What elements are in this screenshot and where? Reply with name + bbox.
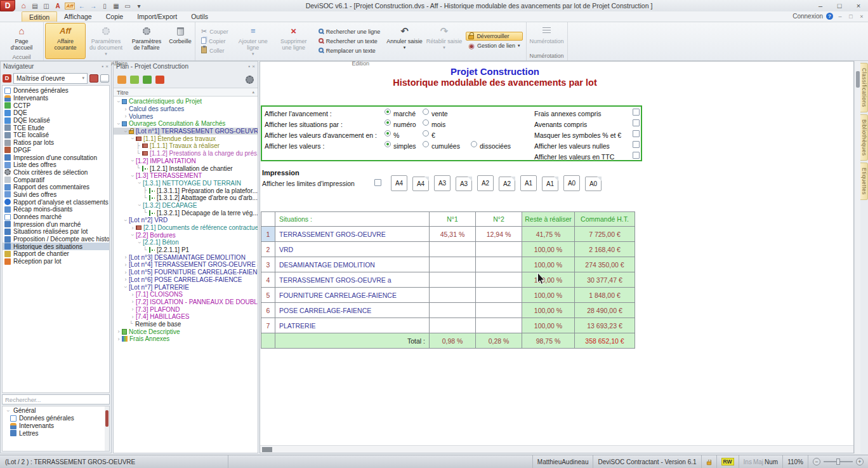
checkbox-masquer-les-symboles-%-et-€[interactable] bbox=[633, 130, 640, 137]
chevron-closed-icon[interactable]: › bbox=[129, 298, 136, 305]
nav-item-cctp[interactable]: CCTP bbox=[3, 102, 109, 109]
tree-item[interactable]: └[1.1.2] Prestations à la charge du prés… bbox=[114, 150, 258, 157]
tree-item[interactable]: ›[7.3] PLAFOND bbox=[114, 305, 258, 313]
chevron-open-icon[interactable]: › bbox=[115, 98, 122, 105]
plan-column-header[interactable]: Titre ▴ bbox=[114, 88, 258, 97]
profile-select[interactable]: Maîtrise d'oeuvre ▾ bbox=[13, 73, 88, 84]
nav-item-proposition-d-compte-avec-historique[interactable]: Proposition / Décompte avec historique bbox=[3, 236, 109, 243]
rechercher-un-texte-button[interactable]: Rechercher un texte bbox=[316, 37, 383, 46]
doc-restore-icon[interactable]: □ bbox=[847, 13, 855, 20]
paper-a4-landscape-button[interactable]: A4 bbox=[412, 177, 429, 191]
gestion-de-lien-button[interactable]: ◉Gestion de lien▾ bbox=[466, 41, 522, 50]
nav-item-tce-etude[interactable]: TCE Etude bbox=[3, 124, 109, 131]
nav-item-intervenants[interactable]: Intervenants bbox=[3, 95, 109, 102]
preview-icon[interactable]: ◫ bbox=[42, 3, 51, 10]
tree-item[interactable]: ›Caractéristiques du Projet bbox=[114, 98, 258, 105]
close-button[interactable]: × bbox=[849, 2, 868, 10]
nav-item-impression-d-un-march[interactable]: Impression d'un marché bbox=[3, 220, 109, 228]
gear-icon[interactable] bbox=[246, 76, 254, 84]
side-tab-etiquettes[interactable]: Etiquettes bbox=[860, 163, 868, 200]
minimize-button[interactable]: – bbox=[811, 2, 830, 10]
nav-item-comparatif[interactable]: Comparatif bbox=[3, 176, 109, 184]
forward-icon[interactable]: → bbox=[89, 3, 98, 10]
tree-item[interactable]: └[1.2.1] Installation de chantier bbox=[114, 164, 258, 172]
remplacer-un-texte-button[interactable]: Remplacer un texte bbox=[316, 46, 383, 55]
copier-button[interactable]: Copier bbox=[199, 37, 231, 46]
tree-item[interactable]: └[1.3.1.2] Abattage d'arbre ou d'arb... bbox=[114, 194, 258, 202]
vertical-scrollbar[interactable] bbox=[854, 61, 860, 453]
money-icon[interactable] bbox=[130, 76, 139, 84]
paper-a2-landscape-button[interactable]: A2 bbox=[499, 177, 515, 191]
tree-item[interactable]: ›[2.1] Documents de référence contractue… bbox=[114, 224, 258, 232]
param-tres-du-document-button[interactable]: Paramètres du document▾ bbox=[86, 23, 126, 59]
value-cell[interactable] bbox=[430, 242, 476, 257]
zoom-out-button[interactable]: − bbox=[813, 458, 820, 465]
zoom-slider[interactable] bbox=[824, 461, 853, 462]
tree-item[interactable]: ›[1.2] IMPLANTATION bbox=[114, 157, 258, 165]
table-row[interactable]: 6POSE CARRELAGE-FAIENCE100,00 %28 490,00… bbox=[261, 303, 635, 318]
chevron-open-icon[interactable]: › bbox=[129, 157, 136, 164]
checkbox-afficher-les-valeurs-nulles[interactable] bbox=[633, 141, 640, 148]
tree-item[interactable]: ›[Lot n°5] FOURNITURE CARRELAGE-FAIENCE bbox=[114, 269, 258, 276]
tree-item[interactable]: ›[2.2.1] Béton bbox=[114, 239, 258, 246]
value-cell[interactable]: 12,94 % bbox=[476, 227, 522, 242]
mini-scrollbar[interactable] bbox=[105, 406, 109, 451]
nav-item-impression-d-une-consultation[interactable]: Impression d'une consultation bbox=[3, 154, 109, 161]
couper-button[interactable]: ✂Couper bbox=[199, 27, 231, 36]
tree-item[interactable]: ›[7.4] HABILLAGES bbox=[114, 313, 258, 321]
nav-item-dqe[interactable]: DQE bbox=[3, 109, 109, 117]
chevron-open-icon[interactable]: › bbox=[136, 239, 143, 246]
restore-button[interactable]: □ bbox=[830, 2, 849, 10]
chevron-open-icon[interactable]: › bbox=[129, 232, 136, 238]
back-icon[interactable]: ← bbox=[77, 3, 86, 10]
checkbox-avenants-compris[interactable] bbox=[633, 119, 640, 126]
page-d-accueil-button[interactable]: ⌂Page d'accueil bbox=[1, 23, 42, 53]
chevron-closed-icon[interactable]: › bbox=[122, 254, 129, 260]
tree-item[interactable]: ›Frais Annexes bbox=[114, 335, 258, 343]
tree-item[interactable]: ›[1.3] TERRASSEMENT bbox=[114, 172, 258, 180]
chevron-closed-icon[interactable]: › bbox=[115, 328, 122, 335]
value-cell[interactable] bbox=[476, 318, 522, 333]
connexion-label[interactable]: Connexion bbox=[792, 13, 823, 20]
tree-item[interactable]: ›[1.1] Étendue des travaux bbox=[114, 135, 258, 142]
value-cell[interactable] bbox=[430, 318, 476, 333]
tree-item[interactable]: ›[Lot n°1] TERRASSEMENT GROS-OEUVRE bbox=[114, 128, 258, 135]
scrollbar-thumb[interactable] bbox=[262, 447, 272, 452]
table-row[interactable]: 4TERRASSEMENT GROS-OEUVRE a100,00 %30 37… bbox=[261, 272, 635, 288]
tree-item[interactable]: ├[1.3.1.1] Préparation de la platefor... bbox=[114, 187, 258, 194]
contacts-icon[interactable] bbox=[155, 76, 164, 84]
value-cell[interactable] bbox=[430, 288, 476, 303]
calculator-icon[interactable] bbox=[89, 74, 98, 83]
screen-icon[interactable]: ▭ bbox=[123, 3, 132, 10]
more-icon[interactable]: ▾ bbox=[135, 3, 143, 10]
corbeille-button[interactable]: Corbeille bbox=[167, 23, 194, 59]
nav-item-rapport-de-chantier[interactable]: Rapport de chantier bbox=[3, 250, 109, 258]
devisoc-logo-icon[interactable]: D bbox=[0, 0, 15, 11]
r-tablir-saisie-button[interactable]: ↷Rétablir saisie▾ bbox=[424, 23, 464, 59]
tree-item[interactable]: ›[2.2] Bordures bbox=[114, 231, 258, 239]
chevron-closed-icon[interactable]: › bbox=[122, 276, 129, 283]
tree-item[interactable]: ›Calcul des surfaces bbox=[114, 105, 258, 113]
nav-item-dqe-localis[interactable]: DQE localisé bbox=[3, 117, 109, 124]
checkbox-frais-annexes-compris[interactable] bbox=[633, 109, 640, 116]
nav-item-situations-r-alis-es-par-lot[interactable]: Situations réalisées par lot bbox=[3, 228, 109, 236]
value-cell[interactable]: 41,75 % bbox=[522, 227, 575, 242]
paper-a0-landscape-button[interactable]: A0 bbox=[585, 177, 602, 191]
general-section-header[interactable]: › Général bbox=[3, 406, 109, 415]
tree-item[interactable]: └Remise de base bbox=[114, 321, 258, 328]
search-input[interactable] bbox=[2, 394, 110, 404]
value-cell[interactable] bbox=[430, 257, 476, 272]
pdf-icon[interactable]: A bbox=[53, 3, 62, 10]
doc-minimize-icon[interactable]: – bbox=[836, 13, 844, 20]
d-verrouiller-button[interactable]: Déverrouiller bbox=[466, 32, 522, 41]
chevron-open-icon[interactable]: › bbox=[136, 202, 143, 208]
table-row[interactable]: 7PLATRERIE100,00 %13 693,23 € bbox=[261, 318, 635, 333]
home-icon[interactable]: ⌂ bbox=[19, 1, 28, 10]
document-icon[interactable] bbox=[143, 76, 152, 84]
tree-item[interactable]: ›[Lot n°3] DESAMIANTAGE DEMOLITION bbox=[114, 253, 258, 261]
value-cell[interactable]: 100,00 % bbox=[522, 242, 575, 257]
value-cell[interactable]: 100,00 % bbox=[522, 318, 575, 333]
annuler-saisie-button[interactable]: ↶Annuler saisie▾ bbox=[385, 23, 424, 59]
page-icon[interactable]: ▯ bbox=[100, 3, 109, 10]
nav-item-liste-des-offres[interactable]: Liste des offres bbox=[3, 161, 109, 169]
